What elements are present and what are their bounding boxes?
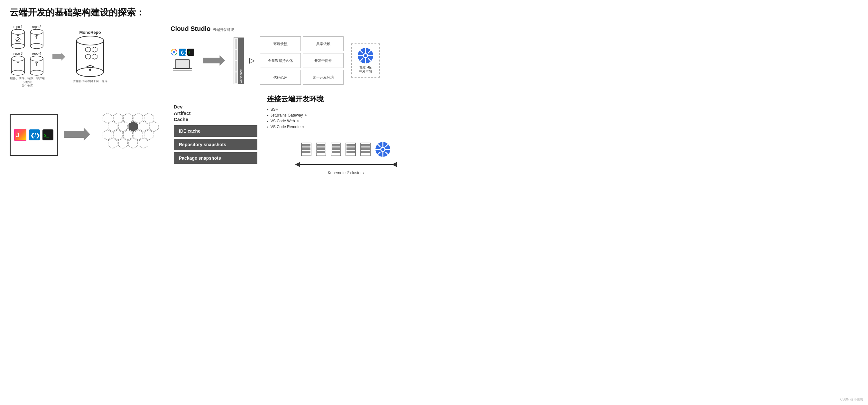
ws-cell (235, 73, 236, 83)
top-row: repo 1 repo 2 (10, 25, 424, 88)
svg-point-0 (11, 29, 25, 34)
svg-marker-69 (103, 130, 112, 140)
svg-marker-75 (118, 138, 127, 148)
svg-point-18 (76, 36, 103, 45)
svg-point-26 (89, 69, 91, 71)
feature-cell-2: 共享依赖 (303, 36, 344, 51)
svg-rect-95 (361, 144, 370, 146)
svg-rect-88 (332, 147, 340, 150)
terminal-large-icon: $_ (42, 129, 53, 140)
svg-rect-83 (317, 144, 325, 146)
svg-rect-81 (302, 151, 310, 153)
svg-point-42 (364, 54, 367, 57)
svg-point-16 (30, 70, 43, 75)
server-icon-5 (360, 142, 371, 156)
feature-cell-3: 全量数据持久化 (260, 53, 301, 68)
svg-marker-66 (129, 121, 138, 132)
chrome-icon (170, 49, 178, 56)
svg-text:$_: $_ (188, 51, 192, 54)
svg-point-28 (92, 66, 94, 67)
monorepo-arrow (51, 52, 67, 61)
repo-label: repo 4 (32, 52, 41, 55)
svg-marker-70 (113, 130, 122, 140)
ws-cell-highlighted (235, 61, 236, 71)
svg-marker-64 (108, 121, 117, 132)
k8s-clusters-label: Kubernetes® clusters (328, 170, 364, 175)
svg-marker-39 (203, 55, 225, 66)
server-icon-2 (316, 142, 327, 156)
ws-cell (235, 39, 236, 49)
cache-item-repo: Repository snapshots (174, 139, 257, 150)
client-icons: ❮/❯ $_ (170, 49, 194, 73)
repo-item: repo 3 (10, 52, 26, 76)
connect-title: 连接云端开发环境 (267, 94, 370, 104)
k8s-clusters-row (301, 141, 391, 157)
repo-item: repo 2 (29, 25, 45, 49)
svg-point-12 (11, 70, 25, 75)
connect-item-ssh: SSH (267, 107, 370, 112)
cache-item-pkg: Package snapshots (174, 152, 257, 164)
svg-rect-89 (332, 151, 340, 153)
svg-marker-74 (108, 138, 117, 148)
connect-item-vscode-web: VS Code Web® (267, 118, 370, 124)
repo-cylinder-2 (29, 29, 45, 49)
repos-grid: repo 1 repo 2 (10, 25, 45, 76)
feature-cell-6: 统一开发环境 (303, 70, 344, 85)
svg-point-3 (11, 44, 25, 49)
feature-cell-5: 代码仓库 (260, 70, 301, 85)
feature-cell-1: 环境快照 (260, 36, 301, 51)
k8s-wheel-icon (357, 47, 374, 64)
svg-rect-84 (317, 147, 325, 150)
hex-grid-svg (96, 112, 167, 157)
dev-artifact-section: J ❮/❯ $_ (10, 94, 257, 175)
svg-marker-22 (86, 47, 91, 52)
svg-point-31 (173, 51, 175, 53)
repo-cylinder-4 (29, 56, 45, 76)
svg-rect-80 (302, 147, 310, 150)
jetbrains-icon: J (14, 129, 26, 141)
ws-cell (235, 50, 236, 60)
double-arrow (294, 161, 397, 168)
ws-cell-highlighted (237, 61, 237, 71)
repo-cylinder-3 (10, 56, 26, 76)
hex-grid (96, 112, 167, 157)
expand-arrow: ▷ (249, 56, 255, 65)
workspace-container: workspace (234, 37, 244, 84)
svg-marker-61 (124, 113, 132, 123)
monorepo-big-cylinder (74, 36, 106, 78)
workspace-label: workspace (238, 38, 244, 84)
svg-text:❮/❯: ❮/❯ (180, 50, 186, 55)
svg-marker-59 (103, 113, 112, 123)
k8s-dev-space: 独立 k8s开发空间 (351, 44, 380, 78)
repo-item: repo 1 (10, 25, 26, 49)
svg-marker-58 (64, 127, 90, 141)
connect-list: SSH JetBrains Gateway® VS Code Web® VS C… (267, 107, 370, 130)
svg-rect-87 (332, 144, 340, 146)
cloud-studio-section: Cloud Studio 云端开发环境 (170, 25, 424, 85)
tool-icons-box: J ❮/❯ $_ (10, 114, 58, 156)
client-to-workspace-arrow (203, 53, 225, 68)
svg-rect-37 (176, 60, 189, 68)
repo-cylinder-1 (10, 29, 26, 49)
cloud-studio-header: Cloud Studio 云端开发环境 (170, 25, 424, 32)
bottom-row: J ❮/❯ $_ (10, 94, 424, 175)
vscode-icon: ❮/❯ (179, 49, 186, 56)
cache-item-ide: IDE cache (174, 125, 257, 137)
svg-marker-77 (139, 138, 148, 148)
svg-text:J: J (16, 132, 19, 139)
main-layout: repo 1 repo 2 (10, 25, 424, 175)
cloud-studio-body: ❮/❯ $_ (170, 36, 424, 85)
repos-desc: 服务、插件、程序、客户端 分散在各个仓库 (10, 77, 45, 88)
ws-cell (237, 50, 237, 60)
svg-marker-76 (129, 138, 138, 148)
k8s-clusters-wheel (375, 141, 391, 157)
svg-text:❮/❯: ❮/❯ (30, 133, 40, 139)
svg-rect-97 (361, 151, 370, 153)
workspace-cells (234, 38, 238, 84)
svg-marker-71 (124, 130, 132, 140)
svg-point-13 (30, 56, 43, 61)
tool-to-hex-arrow (64, 126, 90, 144)
k8s-label: 独立 k8s开发空间 (359, 65, 372, 74)
repo-label: repo 2 (32, 25, 41, 29)
svg-marker-17 (53, 53, 65, 60)
